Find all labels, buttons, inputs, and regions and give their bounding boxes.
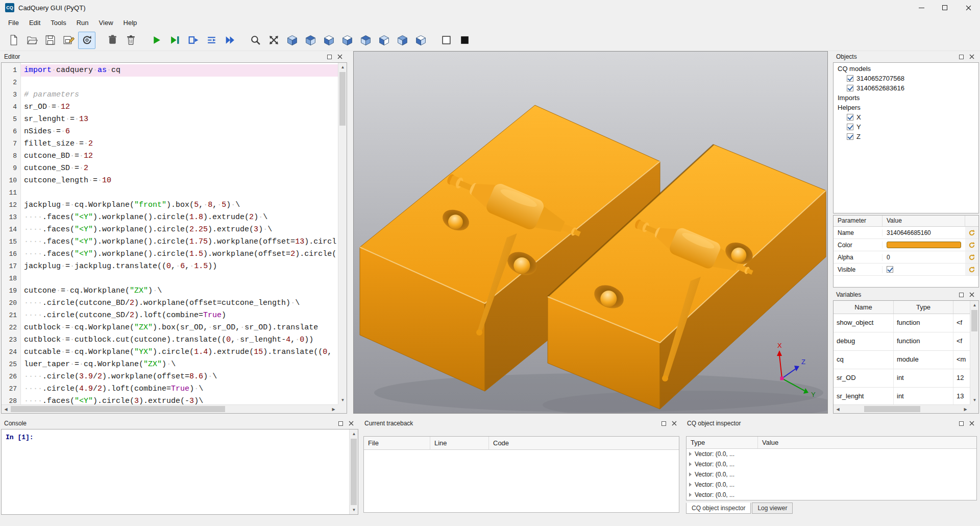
code-line-3[interactable]: # parameters (21, 89, 338, 101)
visible-checkbox[interactable] (887, 266, 893, 273)
tree-node-3140652707568[interactable]: 3140652707568 (834, 74, 978, 83)
wireframe-view-button[interactable] (437, 32, 455, 49)
code-line-6[interactable]: nSides·=·6 (21, 126, 338, 138)
fit-all-button[interactable] (265, 32, 282, 49)
variable-row-cq[interactable]: cqmodule<m (834, 351, 970, 369)
expand-arrow-icon[interactable] (689, 452, 692, 456)
tab-log-viewer[interactable]: Log viewer (752, 503, 793, 514)
scroll-down-arrow[interactable]: ▼ (350, 506, 358, 514)
traceback-dock-titlebar[interactable]: Current traceback (361, 418, 681, 429)
editor-code[interactable]: import·cadquery·as·cq# parameterssr_OD·=… (21, 63, 338, 404)
inspector-close-button[interactable] (969, 421, 974, 426)
editor-hscrollbar[interactable]: ◀ ▶ (2, 404, 338, 413)
menu-edit[interactable]: Edit (24, 16, 45, 29)
editor-float-button[interactable] (327, 55, 332, 59)
revert-button[interactable] (965, 251, 978, 263)
tree-node-helpers[interactable]: Helpers (834, 103, 978, 112)
title-bar[interactable]: CQ CadQuery GUI (PyQT) (0, 0, 980, 15)
code-line-22[interactable]: cutblock·=·cq.Workplane("ZX").box(sr_OD,… (21, 322, 338, 334)
step-in-button[interactable] (203, 32, 220, 49)
maximize-button[interactable] (933, 0, 957, 15)
property-value[interactable]: 3140646685160 (883, 229, 965, 236)
variables-close-button[interactable] (969, 292, 974, 297)
scrollbar-thumb[interactable] (864, 406, 920, 412)
console-float-button[interactable] (338, 421, 343, 426)
shaded-view-button[interactable] (456, 32, 473, 49)
top-view-button[interactable] (394, 32, 411, 49)
checkbox[interactable] (847, 114, 853, 121)
tab-cq-object-inspector[interactable]: CQ object inspector (686, 503, 751, 514)
property-value[interactable] (883, 242, 965, 248)
viewport-canvas[interactable]: X Z Y (354, 52, 827, 413)
inspector-row[interactable]: Vector: (0.0, ... (687, 469, 976, 480)
variable-row-show-object[interactable]: show_objectfunction<f (834, 314, 970, 332)
tree-node-y[interactable]: Y (834, 122, 978, 132)
code-line-12[interactable]: jackplug·=·cq.Workplane("front").box(5,·… (21, 199, 338, 211)
code-line-11[interactable] (21, 187, 338, 199)
scrollbar-thumb[interactable] (351, 439, 357, 505)
continue-button[interactable] (221, 32, 238, 49)
expand-arrow-icon[interactable] (689, 483, 692, 487)
code-line-21[interactable]: ····.circle(cutcone_SD/2).loft(combine=T… (21, 309, 338, 322)
variables-hscrollbar[interactable]: ◀ ▶ (834, 404, 970, 413)
inspector-row[interactable]: Vector: (0.0, ... (687, 490, 976, 500)
objects-close-button[interactable] (969, 54, 974, 59)
variable-row-sr-od[interactable]: sr_ODint12 (834, 369, 970, 388)
traceback-close-button[interactable] (672, 421, 677, 426)
scroll-left-arrow[interactable]: ◀ (2, 405, 10, 414)
code-line-18[interactable] (21, 273, 338, 285)
property-row-color[interactable]: Color (834, 239, 978, 251)
code-line-15[interactable]: ····.faces("<Y").workplane().circle(1.75… (21, 236, 338, 248)
checkbox[interactable] (847, 75, 853, 82)
property-value[interactable]: 0 (883, 254, 965, 261)
tree-node-x[interactable]: X (834, 112, 978, 122)
scroll-left-arrow[interactable]: ◀ (834, 405, 842, 414)
property-value[interactable] (883, 266, 965, 273)
variables-dock-titlebar[interactable]: Variables (833, 289, 979, 300)
delete-object-button[interactable] (104, 32, 121, 49)
iso-view-button[interactable] (283, 32, 301, 49)
code-line-10[interactable]: cutcone_length·=·10 (21, 175, 338, 187)
scrollbar-thumb[interactable] (11, 406, 225, 412)
code-line-1[interactable]: import·cadquery·as·cq (21, 64, 338, 77)
front-view-button[interactable] (357, 32, 374, 49)
code-line-5[interactable]: sr_lenght·=·13 (21, 113, 338, 126)
scroll-right-arrow[interactable]: ▶ (961, 405, 970, 414)
expand-arrow-icon[interactable] (689, 462, 692, 466)
checkbox[interactable] (847, 85, 853, 91)
tree-node-cq-models[interactable]: CQ models (834, 64, 978, 74)
scroll-up-arrow[interactable]: ▲ (350, 429, 358, 438)
variables-float-button[interactable] (959, 293, 964, 297)
traceback-float-button[interactable] (662, 421, 666, 426)
scroll-right-arrow[interactable]: ▶ (329, 405, 338, 414)
tree-node-imports[interactable]: Imports (834, 93, 978, 103)
menu-run[interactable]: Run (71, 16, 94, 29)
code-line-26[interactable]: ····.circle(3.9/2).workplane(offset=8.6)… (21, 371, 338, 383)
code-line-17[interactable]: jackplug·=·jackplug.translate((0,·6,·1.5… (21, 260, 338, 273)
right-view-button[interactable] (338, 32, 356, 49)
console-area[interactable]: In [1]: ▲ ▼ (1, 429, 358, 515)
color-swatch[interactable] (887, 242, 961, 248)
menu-file[interactable]: File (3, 16, 24, 29)
editor-close-button[interactable] (337, 54, 342, 59)
console-close-button[interactable] (349, 421, 354, 426)
save-as-script-button[interactable] (60, 32, 77, 49)
scroll-up-arrow[interactable]: ▲ (970, 301, 979, 309)
editor-dock-titlebar[interactable]: Editor (1, 51, 347, 62)
inspector-row[interactable]: Vector: (0.0, ... (687, 459, 976, 469)
variable-row-debug[interactable]: debugfunction<f (834, 332, 970, 351)
fit-view-button[interactable] (247, 32, 264, 49)
tree-node-z[interactable]: Z (834, 132, 978, 141)
code-line-23[interactable]: cutblock·=·cutblock.cut(cutcone).transla… (21, 334, 338, 346)
render-button[interactable] (148, 32, 165, 49)
property-row-name[interactable]: Name3140646685160 (834, 227, 978, 239)
code-line-2[interactable] (21, 77, 338, 89)
checkbox[interactable] (847, 124, 853, 130)
close-button[interactable] (957, 0, 980, 15)
code-line-4[interactable]: sr_OD·=·12 (21, 101, 338, 113)
code-line-16[interactable]: ····.faces("<Y").workplane().circle(1.5)… (21, 248, 338, 260)
code-line-24[interactable]: cutcable·=·cq.Workplane("YX").circle(1.4… (21, 346, 338, 358)
code-line-8[interactable]: cutcone_BD·=·12 (21, 150, 338, 162)
inspector-row[interactable]: Vector: (0.0, ... (687, 449, 976, 459)
code-line-28[interactable]: ····.faces("<Y").circle(3).extrude(-3)\ (21, 395, 338, 404)
